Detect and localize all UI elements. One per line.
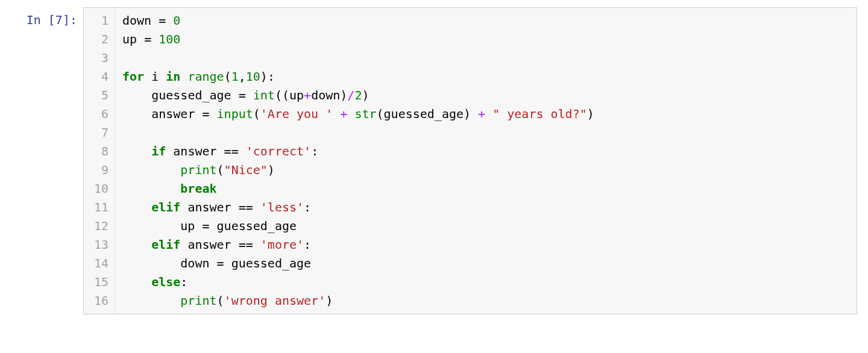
code-line: [122, 123, 857, 142]
line-number: 11: [84, 198, 108, 217]
line-number: 7: [84, 123, 108, 142]
prompt-prefix: In [: [27, 13, 55, 27]
code-line: for i in range(1,10):: [122, 67, 857, 86]
line-number: 10: [84, 180, 108, 198]
code-cell: In [7]: 12345678910111213141516 down = 0…: [11, 7, 857, 314]
line-number: 5: [84, 86, 108, 105]
line-number: 6: [84, 105, 108, 123]
line-number: 3: [84, 49, 108, 67]
line-number-gutter: 12345678910111213141516: [84, 8, 115, 314]
input-area: 12345678910111213141516 down = 0up = 100…: [83, 7, 857, 314]
code-line: guessed_age = int((up+down)/2): [122, 86, 857, 105]
code-line: up = 100: [122, 30, 857, 49]
code-line: elif answer == 'less':: [122, 198, 857, 217]
code-line: down = 0: [122, 11, 857, 30]
line-number: 1: [84, 11, 108, 30]
line-number: 4: [84, 67, 108, 86]
code-line: answer = input('Are you ' + str(guessed_…: [122, 105, 857, 123]
code-line: print('wrong answer'): [122, 292, 857, 310]
cell-prompt: In [7]:: [11, 7, 83, 30]
code-line: print("Nice"): [122, 161, 857, 180]
line-number: 13: [84, 236, 108, 254]
prompt-number: 7: [55, 13, 63, 27]
code-line: elif answer == 'more':: [122, 236, 857, 254]
code-line: up = guessed_age: [122, 217, 857, 236]
code-line: if answer == 'correct':: [122, 142, 857, 161]
line-number: 16: [84, 292, 108, 310]
line-number: 14: [84, 254, 108, 273]
prompt-suffix: ]:: [63, 13, 77, 27]
code-line: break: [122, 180, 857, 198]
code-editor[interactable]: down = 0up = 100 for i in range(1,10): g…: [115, 8, 857, 314]
code-line: [122, 49, 857, 67]
line-number: 2: [84, 30, 108, 49]
code-line: down = guessed_age: [122, 254, 857, 273]
line-number: 9: [84, 161, 108, 180]
code-line: else:: [122, 273, 857, 292]
line-number: 15: [84, 273, 108, 292]
line-number: 8: [84, 142, 108, 161]
line-number: 12: [84, 217, 108, 236]
